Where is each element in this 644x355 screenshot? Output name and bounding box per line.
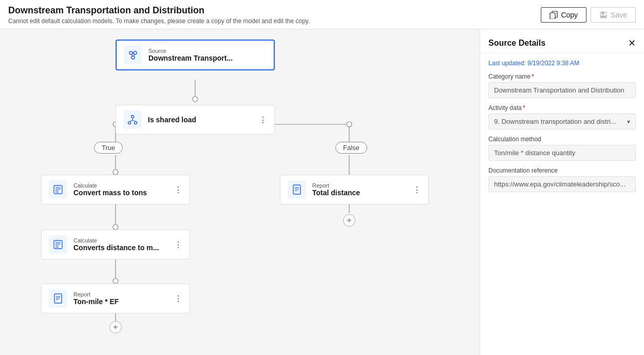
condition-menu[interactable]: ⋮ bbox=[259, 115, 267, 125]
documentation-reference-label: Documentation reference bbox=[488, 167, 636, 174]
svg-rect-44 bbox=[54, 294, 62, 303]
calculation-method-field: Calculation method Ton/mile * distance q… bbox=[488, 136, 636, 161]
action-node-3-labels: Report Ton-mile * EF bbox=[73, 291, 119, 306]
action-node-3-small: Report bbox=[73, 291, 119, 297]
calculate-icon-box-2 bbox=[49, 235, 67, 254]
action-node-1-labels: Calculate Convert mass to tons bbox=[73, 182, 147, 197]
condition-node-label: Is shared load bbox=[148, 116, 196, 124]
report-node-total-distance[interactable]: Report Total distance ⋮ bbox=[280, 175, 429, 204]
header-actions: Copy Save bbox=[541, 7, 636, 23]
svg-point-11 bbox=[347, 122, 352, 127]
calculate-icon-box-1 bbox=[49, 180, 67, 199]
side-panel: Source Details ✕ Last updated: 9/19/2022… bbox=[480, 29, 644, 355]
condition-node[interactable]: Is shared load ⋮ bbox=[116, 105, 275, 135]
side-panel-title: Source Details bbox=[488, 39, 545, 48]
action-node-2-small: Calculate bbox=[73, 237, 159, 244]
action-node-convert-mass[interactable]: Calculate Convert mass to tons ⋮ bbox=[41, 175, 190, 204]
report-icon-box-2 bbox=[288, 180, 306, 199]
action-node-converts-distance[interactable]: Calculate Converts distance to m... ⋮ bbox=[41, 230, 190, 259]
report-icon-box-1 bbox=[49, 289, 67, 308]
calculation-method-label: Calculation method bbox=[488, 136, 636, 143]
action-node-2-main: Converts distance to m... bbox=[73, 244, 159, 252]
branch-false-label: False bbox=[335, 142, 367, 154]
action-node-3-main: Ton-mile * EF bbox=[73, 297, 119, 306]
action-node-2-labels: Calculate Converts distance to m... bbox=[73, 237, 159, 252]
report-node-small: Report bbox=[312, 182, 360, 189]
close-panel-button[interactable]: ✕ bbox=[628, 38, 636, 49]
activity-data-dropdown[interactable]: 9. Downstream transportation and distri.… bbox=[488, 114, 636, 129]
category-name-field: Category name* Downstream Transportation… bbox=[488, 73, 636, 98]
action-node-2-menu[interactable]: ⋮ bbox=[174, 240, 182, 250]
page-subtitle: Cannot edit default calculation models. … bbox=[8, 17, 310, 25]
main-area: Source Downstream Transport... Is bbox=[0, 29, 644, 355]
action-node-ton-mile[interactable]: Report Ton-mile * EF ⋮ bbox=[41, 284, 190, 313]
source-icon-box bbox=[124, 46, 142, 64]
copy-icon bbox=[550, 11, 558, 19]
last-updated-text: Last updated: 9/19/2022 9:38 AM bbox=[488, 60, 636, 67]
svg-point-24 bbox=[131, 56, 135, 59]
svg-rect-34 bbox=[54, 185, 62, 194]
side-panel-header: Source Details ✕ bbox=[480, 29, 644, 53]
calculation-method-value: Ton/mile * distance quantity bbox=[488, 145, 636, 161]
svg-point-30 bbox=[135, 122, 137, 124]
svg-rect-4 bbox=[601, 15, 606, 17]
svg-line-33 bbox=[132, 120, 136, 122]
action-node-1-small: Calculate bbox=[73, 182, 147, 189]
report-node-main: Total distance bbox=[312, 189, 360, 197]
svg-point-6 bbox=[193, 97, 198, 102]
svg-rect-3 bbox=[601, 12, 604, 14]
documentation-reference-value: https://www.epa.gov/climateleadership/sc… bbox=[488, 176, 636, 192]
svg-point-22 bbox=[129, 51, 132, 54]
add-node-button-2[interactable]: + bbox=[343, 214, 355, 227]
action-node-1-main: Convert mass to tons bbox=[73, 189, 147, 197]
svg-point-23 bbox=[134, 51, 137, 54]
branch-true-label: True bbox=[94, 142, 123, 154]
category-name-label: Category name* bbox=[488, 73, 636, 80]
save-button[interactable]: Save bbox=[591, 7, 636, 23]
chevron-down-icon: ▾ bbox=[627, 118, 630, 125]
action-node-1-menu[interactable]: ⋮ bbox=[174, 185, 182, 195]
copy-button[interactable]: Copy bbox=[541, 7, 586, 23]
source-node[interactable]: Source Downstream Transport... bbox=[116, 40, 275, 70]
report-node-labels: Report Total distance bbox=[312, 182, 360, 197]
page-header: Downstream Transportation and Distributi… bbox=[0, 0, 644, 29]
save-icon bbox=[599, 11, 608, 19]
svg-rect-48 bbox=[293, 185, 300, 194]
side-panel-body: Last updated: 9/19/2022 9:38 AM Category… bbox=[480, 53, 644, 198]
svg-rect-1 bbox=[550, 13, 555, 19]
documentation-reference-field: Documentation reference https://www.epa.… bbox=[488, 167, 636, 192]
svg-point-17 bbox=[113, 278, 118, 284]
svg-point-13 bbox=[113, 170, 118, 175]
report-icon-2 bbox=[291, 184, 302, 195]
svg-rect-39 bbox=[54, 240, 62, 249]
calculate-icon-2 bbox=[52, 239, 64, 250]
source-node-label-small: Source bbox=[148, 48, 233, 54]
category-name-value: Downstream Transportation and Distributi… bbox=[488, 82, 636, 98]
source-node-label-main: Downstream Transport... bbox=[148, 54, 233, 62]
activity-data-label: Activity data* bbox=[488, 104, 636, 111]
source-icon bbox=[127, 49, 139, 61]
header-left: Downstream Transportation and Distributi… bbox=[8, 5, 310, 25]
condition-icon-box bbox=[123, 110, 142, 129]
activity-data-field: Activity data* 9. Downstream transportat… bbox=[488, 104, 636, 129]
condition-icon bbox=[127, 114, 138, 125]
svg-point-28 bbox=[131, 116, 134, 118]
svg-point-15 bbox=[113, 225, 118, 230]
source-node-labels: Source Downstream Transport... bbox=[148, 48, 233, 62]
report-node-menu[interactable]: ⋮ bbox=[413, 185, 421, 195]
action-node-3-menu[interactable]: ⋮ bbox=[174, 294, 182, 304]
canvas: Source Downstream Transport... Is bbox=[0, 29, 480, 355]
add-node-button-1[interactable]: + bbox=[109, 321, 122, 333]
svg-point-29 bbox=[128, 122, 131, 124]
page-title: Downstream Transportation and Distributi… bbox=[8, 5, 310, 16]
report-icon-1 bbox=[52, 293, 64, 304]
svg-line-32 bbox=[129, 120, 132, 122]
calculate-icon-1 bbox=[52, 184, 64, 195]
